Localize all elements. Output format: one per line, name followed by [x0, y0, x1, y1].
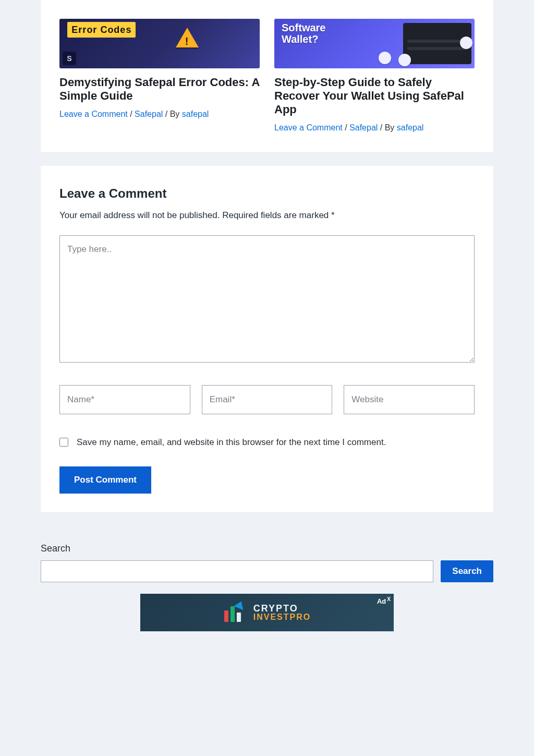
search-label: Search	[41, 542, 493, 555]
search-button[interactable]: Search	[441, 560, 493, 582]
save-info-row[interactable]: Save my name, email, and website in this…	[59, 436, 475, 449]
category-link[interactable]: Safepal	[135, 110, 163, 118]
save-info-label: Save my name, email, and website in this…	[77, 436, 386, 449]
note-prefix: Your email address will not be published…	[59, 210, 220, 220]
by-label: / By	[380, 123, 397, 132]
comment-heading: Leave a Comment	[59, 185, 475, 203]
ad-line2: INVESTPRO	[253, 613, 311, 621]
ad-line1: CRYPTO	[253, 604, 311, 613]
leave-comment-link[interactable]: Leave a Comment	[59, 110, 128, 118]
comment-textarea[interactable]	[59, 235, 475, 363]
coin-icon	[379, 52, 391, 64]
comment-section: Leave a Comment Your email address will …	[41, 166, 493, 512]
related-post: Error Codes S Demystifying Safepal Error…	[59, 19, 260, 134]
post-thumbnail: Software Wallet?	[274, 19, 475, 68]
ad-text: CRYPTO INVESTPRO	[253, 604, 311, 621]
post-comment-button[interactable]: Post Comment	[59, 466, 151, 494]
meta-separator: /	[345, 123, 349, 132]
ad-banner[interactable]: AdX CRYPTO INVESTPRO	[140, 594, 394, 631]
save-info-checkbox[interactable]	[59, 438, 68, 447]
author-link[interactable]: safepal	[397, 123, 424, 132]
coin-icon	[460, 37, 472, 49]
website-field[interactable]	[344, 385, 475, 414]
ad-logo-icon	[223, 603, 246, 622]
coin-icon	[398, 54, 411, 66]
thumb-stripe: Error Codes	[67, 22, 136, 38]
name-field[interactable]	[59, 385, 190, 414]
meta-separator: /	[130, 110, 135, 118]
thumb-label: Software Wallet?	[282, 22, 325, 45]
email-field[interactable]	[202, 385, 333, 414]
related-posts: Error Codes S Demystifying Safepal Error…	[41, 0, 493, 152]
post-thumbnail-link[interactable]: Software Wallet?	[274, 19, 475, 68]
warning-icon	[176, 28, 199, 47]
search-input[interactable]	[41, 560, 433, 582]
leave-comment-link[interactable]: Leave a Comment	[274, 123, 343, 132]
post-meta: Leave a Comment / Safepal / By safepal	[59, 108, 260, 120]
post-thumbnail-link[interactable]: Error Codes S	[59, 19, 260, 68]
post-title: Demystifying Safepal Error Codes: A Simp…	[59, 76, 260, 103]
note-required: Required fields are marked	[222, 210, 331, 220]
search-widget: Search Search	[41, 542, 493, 582]
post-title: Step-by-Step Guide to Safely Recover You…	[274, 76, 475, 116]
ad-tag-text: Ad	[377, 598, 386, 606]
ad-close-icon[interactable]: X	[387, 596, 391, 602]
note-asterisk: *	[331, 210, 335, 220]
related-post: Software Wallet? Step-by-Step Guide to S…	[274, 19, 475, 134]
by-label: / By	[165, 110, 182, 118]
post-thumbnail: Error Codes S	[59, 19, 260, 68]
ad-tag: AdX	[377, 596, 391, 607]
category-link[interactable]: Safepal	[349, 123, 378, 132]
post-meta: Leave a Comment / Safepal / By safepal	[274, 122, 475, 134]
post-title-link[interactable]: Step-by-Step Guide to Safely Recover You…	[274, 76, 464, 116]
post-title-link[interactable]: Demystifying Safepal Error Codes: A Simp…	[59, 76, 259, 102]
brand-badge: S	[63, 52, 76, 65]
comment-note: Your email address will not be published…	[59, 209, 475, 222]
author-link[interactable]: safepal	[182, 110, 209, 118]
